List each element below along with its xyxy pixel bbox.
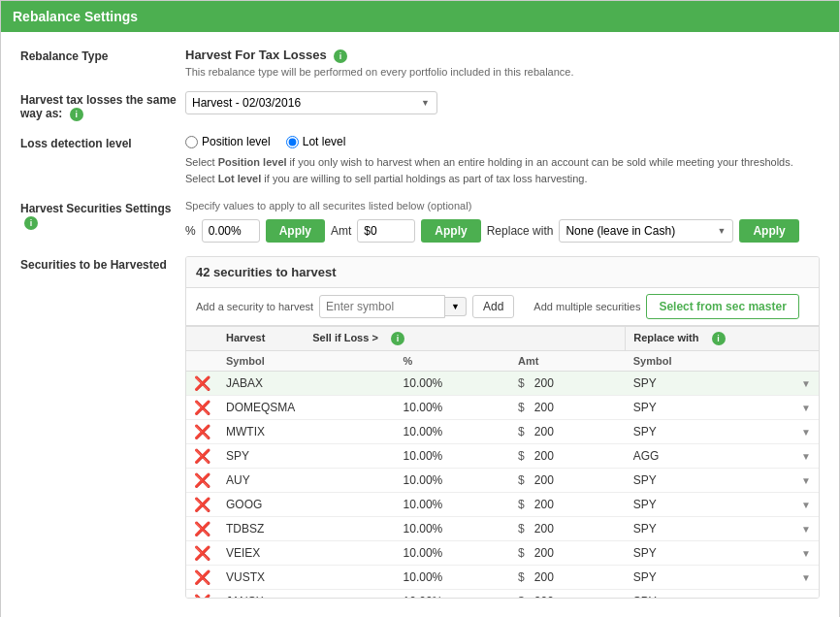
replace-cell: SPY [626, 590, 790, 599]
remove-icon[interactable]: ❌ [194, 400, 210, 415]
remove-icon[interactable]: ❌ [194, 594, 210, 598]
replace-dropdown-icon[interactable]: ▼ [801, 378, 811, 389]
dollar-amt-cell: $ 200 [510, 541, 626, 566]
symbol-cell: VUSTX [218, 566, 396, 590]
amt-input[interactable] [357, 219, 415, 243]
remove-icon[interactable]: ❌ [194, 472, 210, 488]
replace-dropdown-cell: ▼ [790, 590, 819, 599]
amt-value: 200 [534, 546, 558, 560]
page-wrapper: Rebalance Settings Rebalance Type Harves… [0, 0, 840, 617]
table-row: ❌ JABAX 10.00% $ 200 SPY ▼ [186, 372, 819, 396]
apply-button-2[interactable]: Apply [421, 219, 480, 243]
dollar-sign: $ [518, 546, 525, 560]
symbol-cell: JANSX [218, 590, 396, 599]
symbol-cell: JABAX [218, 372, 396, 396]
sub-pct-header: % [396, 351, 511, 372]
sub-replace-header: Symbol [626, 351, 819, 372]
harvest-securities-info-icon[interactable]: i [24, 216, 38, 230]
rebalance-type-desc: This rebalance type will be performed on… [185, 66, 820, 78]
replace-dropdown-icon[interactable]: ▼ [801, 524, 811, 535]
replace-dropdown-cell: ▼ [790, 541, 819, 566]
remove-icon[interactable]: ❌ [194, 375, 210, 391]
apply-button-1[interactable]: Apply [266, 219, 325, 243]
pct-input[interactable] [202, 219, 260, 243]
remove-icon[interactable]: ❌ [194, 521, 210, 536]
remove-icon[interactable]: ❌ [194, 424, 210, 439]
loss-desc: Select Position level if you only wish t… [185, 154, 820, 186]
table-row: ❌ TDBSZ 10.00% $ 200 SPY ▼ [186, 517, 819, 541]
remove-cell: ❌ [186, 420, 218, 444]
dollar-sign: $ [518, 401, 525, 414]
replace-dropdown-icon[interactable]: ▼ [801, 500, 811, 510]
replace-cell: SPY [626, 372, 790, 396]
symbol-cell: AUY [218, 469, 396, 493]
position-level-input[interactable] [185, 136, 198, 148]
add-single-section: Add a security to harvest ▼ Add [196, 295, 514, 318]
symbol-input-wrapper: ▼ [319, 295, 467, 318]
securities-harvested-content: 42 securities to harvest Add a security … [185, 256, 820, 599]
symbol-dropdown-btn[interactable]: ▼ [445, 297, 467, 316]
position-level-radio[interactable]: Position level [185, 135, 271, 148]
table-row: ❌ VUSTX 10.00% $ 200 SPY ▼ [186, 566, 819, 590]
replace-label: Replace with [487, 224, 554, 238]
securities-harvested-row: Securities to be Harvested 42 securities… [20, 256, 820, 599]
select-sec-button[interactable]: Select from sec master [646, 294, 798, 319]
remove-icon[interactable]: ❌ [194, 497, 210, 512]
replace-dropdown-icon[interactable]: ▼ [801, 451, 811, 462]
amt-value: 200 [534, 522, 558, 536]
add-security-row: Add a security to harvest ▼ Add Add mult… [186, 288, 819, 326]
amt-label: Amt [331, 224, 351, 238]
lot-level-radio[interactable]: Lot level [286, 135, 346, 148]
remove-cell: ❌ [186, 517, 218, 541]
position-level-text: Position level [202, 135, 271, 148]
add-section-label: Add a security to harvest [196, 301, 313, 312]
lot-level-input[interactable] [286, 136, 299, 148]
remove-cell: ❌ [186, 590, 218, 599]
apply-button-3[interactable]: Apply [739, 219, 798, 243]
harvest-controls: % Apply Amt Apply Replace with None (lea… [185, 219, 820, 243]
remove-cell: ❌ [186, 493, 218, 517]
remove-icon[interactable]: ❌ [194, 545, 210, 561]
harvest-tax-info-icon[interactable]: i [70, 108, 83, 121]
loss-detection-row: Loss detection level Position level Lot … [20, 135, 820, 186]
rebalance-type-label: Rebalance Type [20, 48, 185, 63]
replace-dropdown-icon[interactable]: ▼ [801, 597, 811, 598]
rebalance-type-content: Harvest For Tax Losses i This rebalance … [185, 48, 820, 78]
add-button[interactable]: Add [472, 295, 514, 318]
amt-value: 200 [534, 570, 558, 584]
dollar-sign: $ [518, 595, 525, 598]
replace-cell: SPY [626, 396, 790, 420]
replace-dropdown-icon[interactable]: ▼ [801, 427, 811, 438]
dollar-amt-cell: $ 200 [510, 469, 626, 493]
replace-dropdown-icon[interactable]: ▼ [801, 572, 811, 583]
sub-symbol-header: Symbol [218, 351, 396, 372]
remove-cell: ❌ [186, 396, 218, 420]
sub-remove-header [186, 351, 218, 372]
replace-dropdown-icon[interactable]: ▼ [801, 548, 811, 559]
panel-title: Rebalance Settings [13, 9, 138, 24]
harvest-tax-label: Harvest tax losses the same way as: i [20, 91, 185, 121]
sell-if-loss-info-icon[interactable]: i [391, 332, 404, 345]
pct-cell: 10.00% [396, 396, 511, 420]
securities-table-container[interactable]: Harvest Sell if Loss > i Replace with [186, 326, 819, 598]
securities-section: 42 securities to harvest Add a security … [185, 256, 820, 599]
securities-tbody: ❌ JABAX 10.00% $ 200 SPY ▼ ❌ DOMEQSMA 10… [186, 372, 819, 599]
symbol-cell: DOMEQSMA [218, 396, 396, 420]
replace-dropdown-cell: ▼ [790, 493, 819, 517]
sub-amt-header: Amt [510, 351, 626, 372]
replace-dropdown-icon[interactable]: ▼ [801, 475, 811, 486]
replace-select[interactable]: None (leave in Cash) SPY AGG [559, 219, 733, 243]
replace-with-info-icon[interactable]: i [712, 332, 726, 345]
remove-icon[interactable]: ❌ [194, 448, 210, 464]
dollar-sign: $ [518, 473, 525, 487]
rebalance-type-row: Rebalance Type Harvest For Tax Losses i … [20, 48, 820, 78]
harvest-dropdown[interactable]: Harvest - 02/03/2016 [185, 91, 437, 114]
amt-value: 200 [534, 376, 558, 390]
rebalance-type-info-icon[interactable]: i [334, 49, 347, 63]
replace-dropdown-cell: ▼ [790, 517, 819, 541]
harvest-securities-content: Specify values to apply to all securites… [185, 200, 820, 243]
symbol-input[interactable] [319, 295, 445, 318]
radio-group: Position level Lot level [185, 135, 820, 148]
replace-dropdown-icon[interactable]: ▼ [801, 403, 811, 413]
remove-icon[interactable]: ❌ [194, 569, 210, 585]
